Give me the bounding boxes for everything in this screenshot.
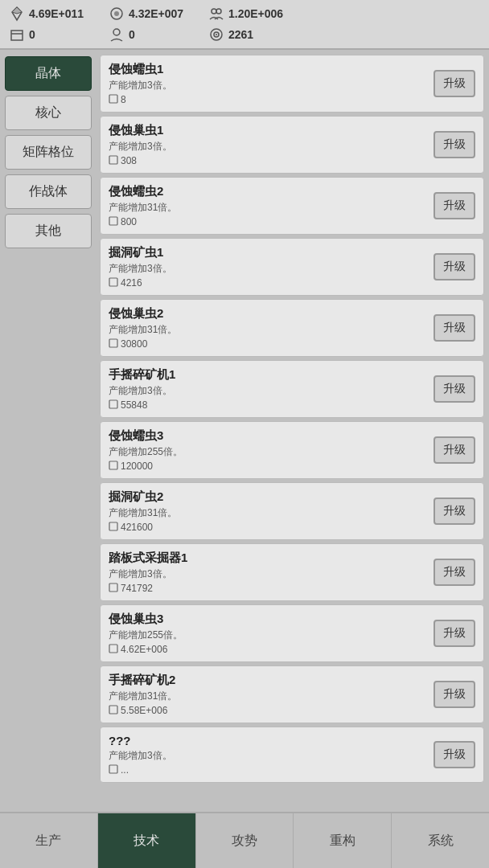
- cost-icon: [109, 522, 118, 533]
- upgrade-desc: 产能增加3倍。: [109, 567, 427, 581]
- cost-value: 30800: [121, 338, 147, 350]
- upgrade-cost: 4216: [109, 277, 427, 289]
- upgrade-item: 侵蚀巢虫3产能增加255倍。4.62E+006升级: [100, 604, 484, 662]
- upgrade-info: 手摇碎矿机2产能增加31倍。5.58E+006: [109, 673, 427, 716]
- sidebar-item-crystal[interactable]: 晶体: [5, 56, 92, 91]
- upgrade-desc: 产能增加3倍。: [109, 140, 427, 154]
- upgrade-button[interactable]: 升级: [434, 559, 475, 586]
- upgrade-cost: ...: [109, 764, 427, 776]
- upgrade-item: 侵蚀蠕虫1产能增加3倍。8升级: [100, 55, 484, 113]
- upgrade-cost: 800: [109, 216, 427, 227]
- person-stat: 0: [108, 26, 201, 43]
- upgrade-desc: 产能增加3倍。: [109, 749, 427, 763]
- upgrade-button[interactable]: 升级: [434, 192, 475, 219]
- nav-btn-生产[interactable]: 生产: [0, 813, 98, 868]
- nav-btn-重构[interactable]: 重构: [294, 813, 392, 868]
- cost-icon: [109, 338, 118, 350]
- cost-icon: [109, 94, 118, 105]
- upgrade-name: 踏板式采掘器1: [109, 551, 427, 566]
- upgrade-name: 侵蚀蠕虫1: [109, 62, 427, 77]
- upgrade-desc: 产能增加31倍。: [109, 506, 427, 520]
- crystal-icon: [8, 5, 26, 23]
- upgrade-button[interactable]: 升级: [434, 436, 475, 464]
- upgrade-name: 侵蚀巢虫3: [109, 612, 427, 627]
- upgrade-button[interactable]: 升级: [434, 253, 475, 280]
- upgrade-button[interactable]: 升级: [434, 375, 475, 403]
- box-icon: [8, 26, 26, 43]
- upgrade-desc: 产能增加3倍。: [109, 262, 427, 276]
- upgrade-button[interactable]: 升级: [434, 131, 475, 158]
- upgrade-cost: 8: [109, 94, 427, 105]
- svg-rect-23: [109, 765, 117, 773]
- nav-btn-攻势[interactable]: 攻势: [196, 813, 294, 868]
- upgrade-name: 掘洞矿虫2: [109, 489, 427, 505]
- target-value: 2261: [228, 28, 301, 41]
- sidebar-item-core[interactable]: 核心: [5, 96, 92, 130]
- upgrade-button[interactable]: 升级: [434, 70, 475, 97]
- energy-icon: [108, 5, 125, 23]
- upgrade-list: 侵蚀蠕虫1产能增加3倍。8升级侵蚀巢虫1产能增加3倍。308升级侵蚀蠕虫2产能增…: [97, 50, 489, 812]
- upgrade-info: 侵蚀蠕虫3产能增加255倍。120000: [109, 428, 427, 472]
- svg-point-4: [212, 9, 216, 14]
- cost-value: 800: [121, 216, 137, 227]
- upgrade-item: 侵蚀蠕虫3产能增加255倍。120000升级: [100, 421, 484, 479]
- cost-value: 741792: [121, 583, 153, 594]
- upgrade-item: 侵蚀巢虫2产能增加31倍。30800升级: [100, 299, 484, 357]
- upgrade-button[interactable]: 升级: [434, 620, 475, 647]
- upgrade-cost: 308: [109, 155, 427, 166]
- upgrade-desc: 产能增加255倍。: [109, 445, 427, 459]
- cost-value: 120000: [121, 461, 153, 472]
- main-area: 晶体 核心 矩阵格位 作战体 其他 侵蚀蠕虫1产能增加3倍。8升级侵蚀巢虫1产能…: [0, 50, 489, 812]
- svg-point-5: [216, 9, 221, 14]
- upgrade-name: 侵蚀蠕虫3: [109, 428, 427, 444]
- upgrade-item: 侵蚀巢虫1产能增加3倍。308升级: [100, 116, 484, 174]
- upgrade-desc: 产能增加3倍。: [109, 384, 427, 398]
- energy-stat: 4.32E+007: [108, 5, 201, 23]
- svg-marker-1: [12, 7, 22, 14]
- crystal-stat: 4.69E+011: [8, 5, 101, 23]
- upgrade-info: 侵蚀蠕虫1产能增加3倍。8: [109, 62, 427, 105]
- svg-rect-12: [109, 95, 117, 103]
- svg-rect-15: [109, 278, 117, 286]
- upgrade-desc: 产能增加31倍。: [109, 690, 427, 703]
- nav-btn-系统[interactable]: 系统: [392, 813, 489, 868]
- crystal-value: 4.69E+011: [29, 7, 101, 20]
- svg-point-11: [216, 34, 217, 35]
- cost-value: 5.58E+006: [121, 705, 167, 716]
- svg-rect-6: [11, 31, 23, 40]
- sidebar-item-other[interactable]: 其他: [5, 214, 92, 248]
- upgrade-button[interactable]: 升级: [434, 497, 475, 525]
- cost-icon: [109, 155, 118, 166]
- upgrade-name: 侵蚀巢虫1: [109, 123, 427, 138]
- upgrade-cost: 741792: [109, 583, 427, 594]
- sidebar-item-combat[interactable]: 作战体: [5, 174, 92, 209]
- upgrade-button[interactable]: 升级: [434, 681, 475, 708]
- person-icon: [108, 26, 125, 43]
- cost-value: 308: [121, 155, 137, 166]
- upgrade-cost: 5.58E+006: [109, 705, 427, 716]
- cost-value: 4.62E+006: [121, 644, 167, 655]
- sidebar-item-matrix[interactable]: 矩阵格位: [5, 135, 92, 170]
- energy-value: 4.32E+007: [129, 7, 201, 20]
- cost-icon: [109, 216, 118, 227]
- upgrade-info: 手摇碎矿机1产能增加3倍。55848: [109, 367, 427, 411]
- svg-point-3: [114, 11, 119, 16]
- cost-icon: [109, 583, 118, 594]
- upgrade-info: 侵蚀巢虫2产能增加31倍。30800: [109, 306, 427, 350]
- upgrade-name: 手摇碎矿机2: [109, 673, 427, 688]
- upgrade-info: 侵蚀蠕虫2产能增加31倍。800: [109, 184, 427, 227]
- upgrade-button[interactable]: 升级: [434, 314, 475, 342]
- cost-icon: [109, 764, 118, 776]
- box-stat: 0: [8, 26, 101, 43]
- bottom-nav: 生产技术攻势重构系统: [0, 812, 489, 868]
- cost-icon: [109, 277, 118, 289]
- box-value: 0: [29, 28, 101, 41]
- upgrade-name: 掘洞矿虫1: [109, 245, 427, 260]
- upgrade-cost: 421600: [109, 522, 427, 533]
- upgrade-button[interactable]: 升级: [434, 741, 475, 768]
- svg-rect-20: [109, 583, 117, 592]
- cost-value: ...: [121, 764, 129, 776]
- status-row-2: 0 0 2261: [8, 26, 481, 43]
- nav-btn-技术[interactable]: 技术: [98, 813, 196, 868]
- upgrade-info: 侵蚀巢虫1产能增加3倍。308: [109, 123, 427, 166]
